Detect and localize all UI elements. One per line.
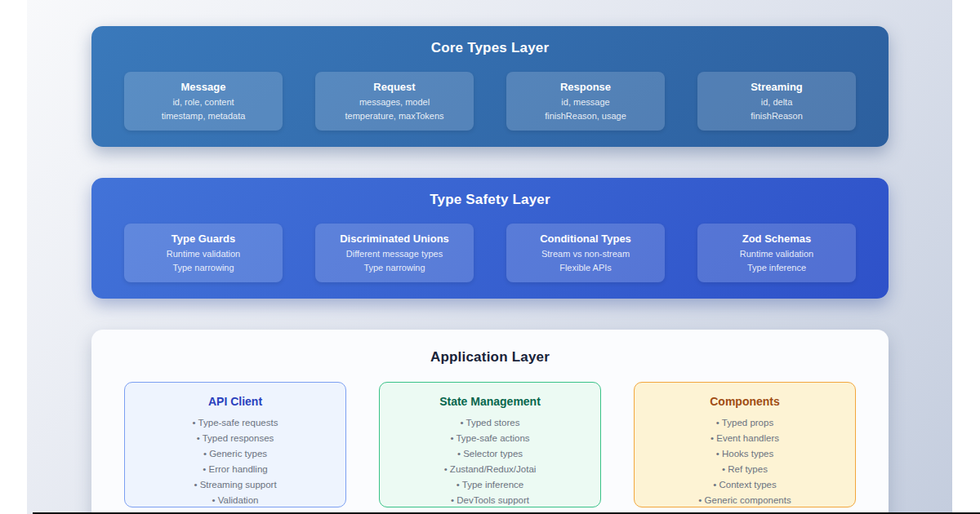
type-safety-layer-title: Type Safety Layer xyxy=(91,178,889,208)
type-safety-layer: Type Safety Layer Type Guards Runtime va… xyxy=(91,178,889,299)
type-card-line: finishReason, usage xyxy=(506,111,665,121)
core-types-cards-row: Message id, role, content timestamp, met… xyxy=(91,72,889,131)
type-card-line: temperature, maxTokens xyxy=(315,111,474,121)
type-card-line: id, delta xyxy=(697,97,856,107)
safety-card-line: Flexible APIs xyxy=(506,263,665,273)
safety-card-title: Zod Schemas xyxy=(697,233,856,245)
application-layer-title: Application Layer xyxy=(91,330,889,366)
list-item: • Event handlers xyxy=(635,431,855,446)
list-item: • Generic types xyxy=(125,446,345,462)
app-card-api-client: API Client • Type-safe requests • Typed … xyxy=(124,382,346,507)
safety-card-type-guards: Type Guards Runtime validation Type narr… xyxy=(124,224,283,282)
list-item: • Type-safe actions xyxy=(380,431,600,446)
safety-card-discriminated-unions: Discriminated Unions Different message t… xyxy=(315,224,474,282)
type-card-response: Response id, message finishReason, usage xyxy=(506,72,665,131)
list-item: • Streaming support xyxy=(125,477,345,493)
app-card-state-management: State Management • Typed stores • Type-s… xyxy=(379,382,601,507)
app-card-title: API Client xyxy=(125,395,345,408)
list-item: • DevTools support xyxy=(380,493,600,508)
app-card-components: Components • Typed props • Event handler… xyxy=(634,382,856,507)
app-card-title: Components xyxy=(635,395,855,408)
list-item: • Validation xyxy=(125,493,345,508)
type-card-title: Request xyxy=(315,81,474,93)
type-card-title: Streaming xyxy=(697,81,856,93)
list-item: • Hooks types xyxy=(635,446,855,462)
core-types-layer-title: Core Types Layer xyxy=(91,26,889,56)
architecture-diagram: Core Types Layer Message id, role, conte… xyxy=(0,0,980,514)
safety-card-line: Runtime validation xyxy=(697,249,856,259)
list-item: • Ref types xyxy=(635,462,855,477)
list-item: • Typed responses xyxy=(125,431,345,446)
type-card-line: messages, model xyxy=(315,97,474,107)
safety-card-title: Type Guards xyxy=(124,233,283,245)
diagram-content: Core Types Layer Message id, role, conte… xyxy=(91,0,889,514)
type-card-line: timestamp, metadata xyxy=(124,111,283,121)
list-item: • Type-safe requests xyxy=(125,415,345,431)
safety-card-line: Runtime validation xyxy=(124,249,283,259)
list-item: • Typed stores xyxy=(380,415,600,431)
safety-card-line: Stream vs non-stream xyxy=(506,249,665,259)
safety-card-line: Type inference xyxy=(697,263,856,273)
type-card-message: Message id, role, content timestamp, met… xyxy=(124,72,283,131)
list-item: • Error handling xyxy=(125,462,345,477)
safety-card-line: Different message types xyxy=(315,249,474,259)
list-item: • Selector types xyxy=(380,446,600,462)
safety-card-conditional-types: Conditional Types Stream vs non-stream F… xyxy=(506,224,665,282)
safety-card-zod-schemas: Zod Schemas Runtime validation Type infe… xyxy=(697,224,856,282)
type-card-title: Response xyxy=(506,81,665,93)
app-card-title: State Management xyxy=(380,395,600,408)
list-item: • Generic components xyxy=(635,493,855,508)
list-item: • Zustand/Redux/Jotai xyxy=(380,462,600,477)
list-item: • Type inference xyxy=(380,477,600,493)
type-card-streaming: Streaming id, delta finishReason xyxy=(697,72,856,131)
application-cards-row: API Client • Type-safe requests • Typed … xyxy=(91,382,889,507)
type-card-line: id, role, content xyxy=(124,97,283,107)
safety-card-line: Type narrowing xyxy=(315,263,474,273)
type-card-line: finishReason xyxy=(697,111,856,121)
core-types-layer: Core Types Layer Message id, role, conte… xyxy=(91,26,889,147)
list-item: • Typed props xyxy=(635,415,855,431)
type-card-line: id, message xyxy=(506,97,665,107)
type-card-request: Request messages, model temperature, max… xyxy=(315,72,474,131)
list-item: • Context types xyxy=(635,477,855,493)
safety-card-line: Type narrowing xyxy=(124,263,283,273)
application-layer: Application Layer API Client • Type-safe… xyxy=(91,330,889,514)
type-card-title: Message xyxy=(124,81,283,93)
safety-card-title: Discriminated Unions xyxy=(315,233,474,245)
safety-card-title: Conditional Types xyxy=(506,233,665,245)
type-safety-cards-row: Type Guards Runtime validation Type narr… xyxy=(91,224,889,282)
